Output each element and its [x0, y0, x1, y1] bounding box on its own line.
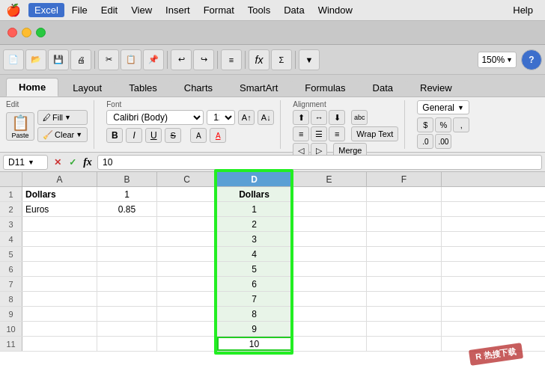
align-middle-btn[interactable]: ↔	[311, 110, 327, 125]
cell-d4[interactable]: 3	[217, 232, 292, 246]
clear-btn[interactable]: 🧹 Clear ▼	[37, 127, 88, 142]
tab-formulas[interactable]: Formulas	[292, 79, 358, 97]
cell-d1[interactable]: Dollars	[217, 187, 292, 201]
formula-confirm-btn[interactable]: ✓	[66, 156, 79, 169]
font-name-select[interactable]: Calibri (Body)	[106, 110, 204, 125]
cell-e3[interactable]	[292, 217, 367, 231]
tab-smartart[interactable]: SmartArt	[227, 79, 290, 97]
cell-e7[interactable]	[292, 277, 367, 291]
print-btn[interactable]: 🖨	[70, 49, 91, 70]
open-btn[interactable]: 📂	[25, 49, 46, 70]
redo-btn[interactable]: ↪	[193, 49, 214, 70]
italic-btn[interactable]: I	[126, 128, 142, 143]
number-format-box[interactable]: General ▼	[417, 100, 469, 114]
menu-help[interactable]: Help	[507, 3, 539, 17]
cell-c6[interactable]	[157, 262, 217, 276]
cut-btn[interactable]: ✂	[98, 49, 119, 70]
align-left-btn[interactable]: ≡	[293, 126, 309, 141]
cell-c7[interactable]	[157, 277, 217, 291]
cell-c10[interactable]	[157, 322, 217, 336]
cell-f5[interactable]	[367, 247, 442, 261]
cell-f1[interactable]	[367, 187, 442, 201]
cell-f6[interactable]	[367, 262, 442, 276]
cell-f10[interactable]	[367, 322, 442, 336]
cell-b7[interactable]	[97, 277, 157, 291]
cell-e5[interactable]	[292, 247, 367, 261]
cell-d8[interactable]: 7	[217, 292, 292, 306]
increase-font-btn[interactable]: A↑	[238, 110, 255, 125]
cell-a11[interactable]	[22, 337, 97, 351]
cell-b4[interactable]	[97, 232, 157, 246]
tab-review[interactable]: Review	[407, 79, 465, 97]
cell-f2[interactable]	[367, 202, 442, 216]
tab-data[interactable]: Data	[360, 79, 406, 97]
dec-decrease-btn[interactable]: .0	[417, 134, 433, 149]
cell-a6[interactable]	[22, 262, 97, 276]
currency-btn[interactable]: $	[417, 117, 433, 132]
help-icon[interactable]: ?	[521, 49, 542, 70]
cell-b10[interactable]	[97, 322, 157, 336]
cell-e10[interactable]	[292, 322, 367, 336]
cell-a7[interactable]	[22, 277, 97, 291]
cell-b3[interactable]	[97, 217, 157, 231]
cell-a10[interactable]	[22, 322, 97, 336]
filter-btn[interactable]: ▼	[299, 49, 320, 70]
cell-b2[interactable]: 0.85	[97, 202, 157, 216]
menu-file[interactable]: File	[66, 3, 94, 17]
zoom-box[interactable]: 150% ▼	[478, 52, 517, 68]
cell-b11[interactable]	[97, 337, 157, 351]
sort-btn[interactable]: ≡	[221, 49, 242, 70]
cell-d6[interactable]: 5	[217, 262, 292, 276]
paste-btn[interactable]: 📌	[143, 49, 164, 70]
menu-format[interactable]: Format	[198, 3, 240, 17]
menu-excel[interactable]: Excel	[28, 3, 64, 17]
col-header-b[interactable]: B	[97, 172, 157, 186]
cell-e8[interactable]	[292, 292, 367, 306]
cell-c8[interactable]	[157, 292, 217, 306]
col-header-e[interactable]: E	[292, 172, 367, 186]
cell-d3[interactable]: 2	[217, 217, 292, 231]
text-orient-btn[interactable]: abc	[351, 110, 368, 125]
cell-c2[interactable]	[157, 202, 217, 216]
undo-btn[interactable]: ↩	[171, 49, 192, 70]
decrease-font-btn[interactable]: A↓	[258, 110, 274, 125]
cell-b9[interactable]	[97, 307, 157, 321]
cell-a3[interactable]	[22, 217, 97, 231]
tab-home[interactable]: Home	[6, 78, 58, 97]
col-header-c[interactable]: C	[157, 172, 217, 186]
percent-btn[interactable]: %	[435, 117, 451, 132]
tab-tables[interactable]: Tables	[116, 79, 170, 97]
save-btn[interactable]: 💾	[48, 49, 69, 70]
cell-f8[interactable]	[367, 292, 442, 306]
col-header-f[interactable]: F	[367, 172, 442, 186]
dec-increase-btn[interactable]: .00	[435, 134, 451, 149]
cell-b1[interactable]: 1	[97, 187, 157, 201]
strikethrough-btn[interactable]: S	[165, 128, 181, 143]
cell-d7[interactable]: 6	[217, 277, 292, 291]
new-btn[interactable]: 📄	[3, 49, 24, 70]
cell-f3[interactable]	[367, 217, 442, 231]
cell-e4[interactable]	[292, 232, 367, 246]
cell-d5[interactable]: 4	[217, 247, 292, 261]
col-header-d[interactable]: D	[217, 172, 292, 186]
cell-b6[interactable]	[97, 262, 157, 276]
cell-e6[interactable]	[292, 262, 367, 276]
align-center-btn[interactable]: ☰	[311, 126, 327, 141]
cell-a1[interactable]: Dollars	[22, 187, 97, 201]
tab-layout[interactable]: Layout	[60, 79, 115, 97]
menu-edit[interactable]: Edit	[95, 3, 124, 17]
sum-btn[interactable]: Σ	[271, 49, 292, 70]
cell-b8[interactable]	[97, 292, 157, 306]
cell-a8[interactable]	[22, 292, 97, 306]
cell-c4[interactable]	[157, 232, 217, 246]
cell-d2[interactable]: 1	[217, 202, 292, 216]
col-header-a[interactable]: A	[22, 172, 97, 186]
formula-fx-btn[interactable]: fx	[81, 156, 94, 169]
cell-a9[interactable]	[22, 307, 97, 321]
font-color-btn[interactable]: A	[210, 128, 226, 143]
cell-b5[interactable]	[97, 247, 157, 261]
comma-btn[interactable]: ,	[453, 117, 469, 132]
menu-window[interactable]: Window	[312, 3, 359, 17]
menu-data[interactable]: Data	[278, 3, 310, 17]
cell-f11[interactable]	[367, 337, 442, 351]
